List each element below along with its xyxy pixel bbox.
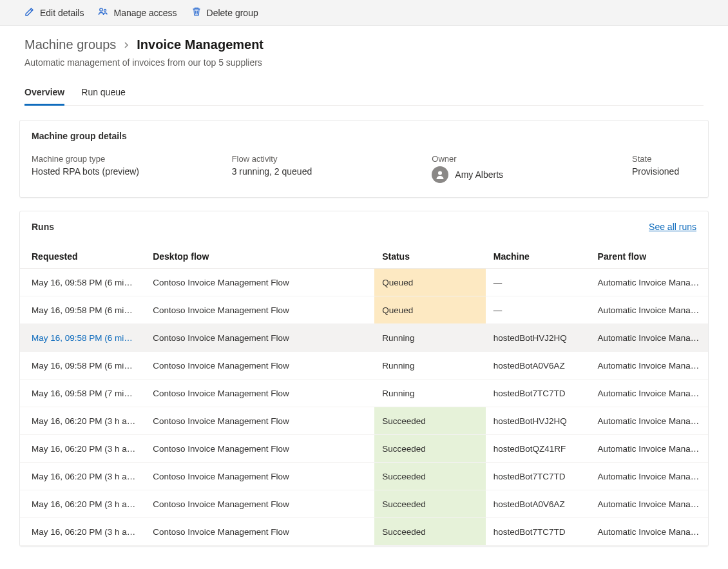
svg-point-1 (104, 9, 106, 11)
state-value: Provisioned (632, 166, 696, 177)
cell-machine: hostedBot7TC7TD (486, 518, 590, 546)
cell-machine: hostedBotHVJ2HQ (486, 324, 590, 352)
cell-desktop-flow: Contoso Invoice Management Flow (145, 352, 374, 380)
page-description: Automatic management of invoices from ou… (24, 57, 704, 68)
cell-desktop-flow: Contoso Invoice Management Flow (145, 407, 374, 435)
col-requested[interactable]: Requested (20, 245, 145, 269)
table-row[interactable]: May 16, 09:58 PM (6 min ago)Contoso Invo… (20, 352, 708, 380)
cell-parent-flow: Automatic Invoice Manage… (590, 352, 708, 380)
cell-parent-flow: Automatic Invoice Manage… (590, 518, 708, 546)
cell-status: Succeeded (374, 518, 486, 546)
cell-parent-flow: Automatic Invoice Manage… (590, 463, 708, 490)
cell-desktop-flow: Contoso Invoice Management Flow (145, 518, 374, 546)
col-status[interactable]: Status (374, 245, 486, 269)
details-card-title: Machine group details (20, 121, 708, 154)
table-row[interactable]: May 16, 06:20 PM (3 h ago)Contoso Invoic… (20, 435, 708, 463)
table-row[interactable]: May 16, 09:58 PM (6 min ago)Contoso Invo… (20, 296, 708, 324)
delete-group-label: Delete group (207, 8, 258, 18)
cell-machine: hostedBotQZ41RF (486, 435, 590, 463)
breadcrumb: Machine groups Invoice Management (24, 37, 704, 52)
cell-requested: May 16, 06:20 PM (3 h ago) (20, 463, 145, 490)
cell-parent-flow: Automatic Invoice Manage… (590, 407, 708, 435)
runs-card-title: Runs (32, 222, 54, 232)
machine-group-details-card: Machine group details Machine group type… (19, 120, 709, 198)
flow-activity-value: 3 running, 2 queued (232, 166, 419, 177)
svg-point-2 (438, 171, 442, 175)
cell-parent-flow: Automatic Invoice Manage… (590, 490, 708, 518)
cell-desktop-flow: Contoso Invoice Management Flow (145, 380, 374, 407)
cell-status: Succeeded (374, 407, 486, 435)
cell-status: Succeeded (374, 435, 486, 463)
cell-parent-flow: Automatic Invoice Manage… (590, 435, 708, 463)
edit-icon (24, 6, 35, 19)
cell-desktop-flow: Contoso Invoice Management Flow (145, 435, 374, 463)
table-row[interactable]: May 16, 09:58 PM (6 min ago)Contoso Invo… (20, 324, 708, 352)
trash-icon (191, 6, 202, 19)
cell-status: Running (374, 380, 486, 407)
tabs: Overview Run queue (24, 83, 704, 106)
cell-parent-flow: Automatic Invoice Manage… (590, 380, 708, 407)
cell-requested: May 16, 09:58 PM (6 min ago) (20, 269, 145, 296)
cell-machine: hostedBotA0V6AZ (486, 352, 590, 380)
group-type-label: Machine group type (32, 154, 219, 164)
see-all-runs-link[interactable]: See all runs (649, 222, 696, 232)
tab-run-queue[interactable]: Run queue (81, 83, 126, 105)
cell-status: Queued (374, 269, 486, 296)
owner-value: Amy Alberts (455, 169, 503, 180)
group-type-value: Hosted RPA bots (preview) (32, 166, 219, 177)
cell-requested: May 16, 06:20 PM (3 h ago) (20, 435, 145, 463)
flow-activity-label: Flow activity (232, 154, 419, 164)
avatar (432, 166, 448, 183)
cell-requested: May 16, 06:20 PM (3 h ago) (20, 407, 145, 435)
col-machine[interactable]: Machine (486, 245, 590, 269)
table-row[interactable]: May 16, 09:58 PM (6 min ago)Contoso Invo… (20, 269, 708, 296)
cell-status: Queued (374, 296, 486, 324)
table-row[interactable]: May 16, 06:20 PM (3 h ago)Contoso Invoic… (20, 407, 708, 435)
state-label: State (632, 154, 696, 164)
col-parent-flow[interactable]: Parent flow (590, 245, 708, 269)
table-row[interactable]: May 16, 06:20 PM (3 h ago)Contoso Invoic… (20, 518, 708, 546)
cell-machine: — (486, 269, 590, 296)
runs-card: Runs See all runs Requested Desktop flow… (19, 211, 709, 546)
cell-desktop-flow: Contoso Invoice Management Flow (145, 463, 374, 490)
cell-status: Running (374, 352, 486, 380)
edit-details-button[interactable]: Edit details (24, 6, 84, 19)
manage-access-button[interactable]: Manage access (98, 6, 177, 19)
cell-desktop-flow: Contoso Invoice Management Flow (145, 296, 374, 324)
command-bar: Edit details Manage access Delete group (0, 0, 728, 26)
tab-overview[interactable]: Overview (24, 83, 64, 106)
table-row[interactable]: May 16, 09:58 PM (7 min ago)Contoso Invo… (20, 380, 708, 407)
cell-parent-flow: Automatic Invoice Manage… (590, 296, 708, 324)
cell-machine: hostedBot7TC7TD (486, 380, 590, 407)
cell-desktop-flow: Contoso Invoice Management Flow (145, 269, 374, 296)
cell-parent-flow: Automatic Invoice Manage… (590, 324, 708, 352)
breadcrumb-root[interactable]: Machine groups (24, 37, 116, 52)
edit-details-label: Edit details (40, 8, 84, 18)
people-icon (98, 6, 108, 19)
cell-requested: May 16, 09:58 PM (6 min ago) (20, 324, 145, 352)
page-title: Invoice Management (137, 37, 263, 52)
cell-machine: hostedBotA0V6AZ (486, 490, 590, 518)
delete-group-button[interactable]: Delete group (191, 6, 258, 19)
cell-parent-flow: Automatic Invoice Manage… (590, 269, 708, 296)
table-row[interactable]: May 16, 06:20 PM (3 h ago)Contoso Invoic… (20, 463, 708, 490)
col-desktop-flow[interactable]: Desktop flow (145, 245, 374, 269)
owner-label: Owner (432, 154, 619, 164)
table-row[interactable]: May 16, 06:20 PM (3 h ago)Contoso Invoic… (20, 490, 708, 518)
cell-status: Running (374, 324, 486, 352)
cell-machine: — (486, 296, 590, 324)
runs-table: Requested Desktop flow Status Machine Pa… (20, 245, 708, 546)
chevron-right-icon (122, 37, 130, 52)
cell-status: Succeeded (374, 490, 486, 518)
cell-requested: May 16, 09:58 PM (7 min ago) (20, 380, 145, 407)
manage-access-label: Manage access (113, 8, 177, 18)
cell-status: Succeeded (374, 463, 486, 490)
cell-requested: May 16, 09:58 PM (6 min ago) (20, 352, 145, 380)
cell-requested: May 16, 06:20 PM (3 h ago) (20, 518, 145, 546)
cell-requested: May 16, 09:58 PM (6 min ago) (20, 296, 145, 324)
cell-requested: May 16, 06:20 PM (3 h ago) (20, 490, 145, 518)
cell-machine: hostedBot7TC7TD (486, 463, 590, 490)
svg-point-0 (100, 8, 102, 11)
cell-machine: hostedBotHVJ2HQ (486, 407, 590, 435)
cell-desktop-flow: Contoso Invoice Management Flow (145, 324, 374, 352)
